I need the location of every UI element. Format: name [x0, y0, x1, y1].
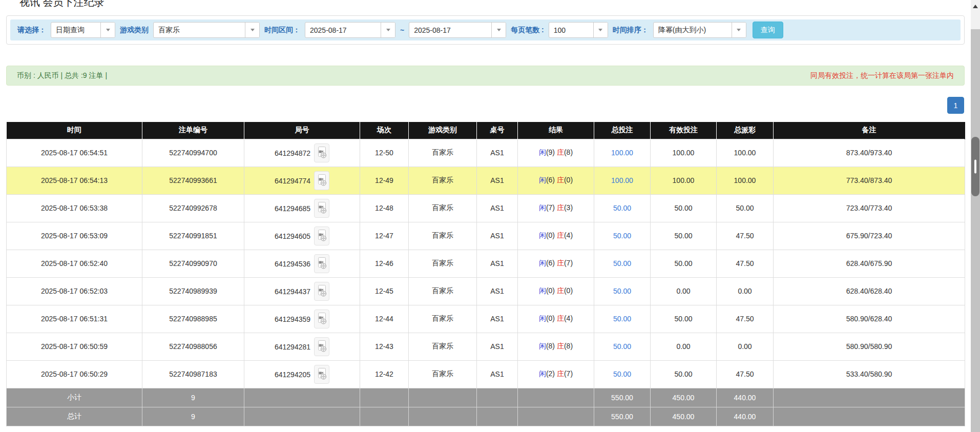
- total-label-cell: 总计: [7, 407, 142, 426]
- round-number: 641294536: [275, 259, 310, 268]
- bet-number-cell: 522740994700: [142, 139, 244, 167]
- empty-cell: [477, 407, 518, 426]
- session-cell: 12-50: [360, 139, 409, 167]
- video-replay-icon: [317, 174, 327, 187]
- note-cell: 628.40/628.40: [774, 277, 965, 305]
- video-replay-button[interactable]: [314, 143, 329, 162]
- video-replay-button[interactable]: [314, 199, 329, 218]
- game-type-cell: 百家乐: [409, 360, 477, 388]
- date-end-caret-button[interactable]: [491, 23, 506, 37]
- banker-result: 庄: [557, 259, 564, 267]
- session-cell: 12-42: [360, 360, 409, 388]
- round-number: 641294685: [275, 204, 310, 212]
- total-bet-link[interactable]: 50.00: [613, 315, 631, 323]
- scroll-up-arrow-icon[interactable]: [973, 5, 978, 8]
- date-start-input[interactable]: [305, 23, 381, 37]
- bet-number-cell: 522740988056: [142, 333, 244, 360]
- round-number: 641294774: [275, 176, 310, 184]
- total-bet-link[interactable]: 100.00: [611, 149, 633, 157]
- banker-result: 庄: [557, 369, 564, 378]
- round-number-cell: 641294205: [244, 360, 360, 388]
- empty-cell: [360, 388, 409, 407]
- video-replay-button[interactable]: [314, 227, 329, 245]
- time-sort-input[interactable]: [654, 23, 732, 37]
- vertical-scrollbar[interactable]: [971, 0, 980, 432]
- session-cell: 12-44: [360, 305, 409, 333]
- date-end-input[interactable]: [409, 23, 491, 37]
- video-replay-button[interactable]: [314, 337, 329, 356]
- video-replay-button[interactable]: [314, 282, 329, 301]
- game-type-input[interactable]: [154, 23, 245, 37]
- video-replay-icon: [317, 367, 327, 381]
- round-number-cell: 641294437: [244, 277, 360, 305]
- valid-bet-cell: 0.00: [651, 333, 717, 360]
- scrollbar-grip-icon: [974, 160, 976, 174]
- video-replay-button[interactable]: [314, 365, 329, 384]
- total-bet-cell: 100.00: [594, 139, 651, 167]
- search-button[interactable]: 查询: [753, 22, 783, 38]
- table-row: 2025-08-17 06:50:59522740988056641294281…: [7, 333, 965, 360]
- total-bet-link[interactable]: 100.00: [611, 176, 633, 184]
- query-type-caret-button[interactable]: [100, 23, 115, 37]
- round-number-cell: 641294536: [244, 250, 360, 277]
- time-cell: 2025-08-17 06:53:38: [7, 194, 142, 222]
- time-sort-caret-button[interactable]: [732, 23, 746, 37]
- banker-result: 庄: [557, 148, 564, 156]
- total-bet-link[interactable]: 50.00: [613, 342, 631, 351]
- chevron-down-icon: [386, 29, 390, 31]
- column-header: 注单编号: [142, 122, 244, 139]
- valid-bet-notice: 同局有效投注，统一计算在该局第一张注单内: [810, 71, 954, 80]
- column-header: 备注: [774, 122, 965, 139]
- date-start-caret-button[interactable]: [381, 23, 395, 37]
- time-cell: 2025-08-17 06:54:13: [7, 167, 142, 194]
- video-replay-button[interactable]: [314, 171, 329, 190]
- query-type-select[interactable]: [51, 22, 115, 38]
- note-cell: 628.40/675.90: [774, 250, 965, 277]
- total-bet-link[interactable]: 50.00: [613, 204, 631, 212]
- result-cell: 闲(0) 庄(0): [518, 277, 594, 305]
- time-range-label: 时间区间：: [264, 26, 300, 35]
- total-bet-cell: 50.00: [594, 194, 651, 222]
- total-bet-cell: 50.00: [594, 305, 651, 333]
- result-cell: 闲(2) 庄(7): [518, 360, 594, 388]
- payout-cell: 47.50: [717, 305, 774, 333]
- query-type-input[interactable]: [51, 23, 100, 37]
- player-result: 闲: [539, 203, 546, 212]
- banker-result: 庄: [557, 286, 564, 295]
- table-number-cell: AS1: [477, 194, 518, 222]
- page-title: 视讯 会员下注纪录: [19, 0, 105, 9]
- video-replay-icon: [317, 284, 327, 298]
- game-type-select[interactable]: [153, 22, 260, 38]
- game-type-caret-button[interactable]: [245, 23, 259, 37]
- time-cell: 2025-08-17 06:53:09: [7, 222, 142, 250]
- total-bet-link[interactable]: 50.00: [613, 259, 631, 268]
- video-replay-button[interactable]: [314, 254, 329, 273]
- round-number-cell: 641294685: [244, 194, 360, 222]
- date-end-select[interactable]: [409, 22, 506, 38]
- video-replay-button[interactable]: [314, 310, 329, 328]
- scrollbar-thumb[interactable]: [971, 137, 979, 196]
- result-cell: 闲(0) 庄(4): [518, 305, 594, 333]
- session-cell: 12-45: [360, 277, 409, 305]
- time-cell: 2025-08-17 06:54:51: [7, 139, 142, 167]
- total-bet-link[interactable]: 50.00: [613, 232, 631, 240]
- total-bet-link[interactable]: 50.00: [613, 370, 631, 378]
- page-size-select[interactable]: [549, 22, 608, 38]
- pagination-page-1-button[interactable]: 1: [947, 97, 964, 114]
- payout-sum-cell: 440.00: [717, 388, 774, 407]
- session-cell: 12-48: [360, 194, 409, 222]
- total-bet-link[interactable]: 50.00: [613, 287, 631, 295]
- page-size-caret-button[interactable]: [593, 23, 608, 37]
- note-cell: 723.40/773.40: [774, 194, 965, 222]
- bet-number-cell: 522740989939: [142, 277, 244, 305]
- time-cell: 2025-08-17 06:52:40: [7, 250, 142, 277]
- video-replay-icon: [317, 229, 327, 242]
- page-size-input[interactable]: [549, 23, 593, 37]
- valid-bet-cell: 100.00: [651, 167, 717, 194]
- date-start-select[interactable]: [305, 22, 395, 38]
- player-result: 闲: [539, 176, 546, 184]
- result-cell: 闲(9) 庄(8): [518, 139, 594, 167]
- game-type-label: 游戏类别: [120, 26, 149, 35]
- time-sort-select[interactable]: [653, 22, 746, 38]
- game-type-cell: 百家乐: [409, 139, 477, 167]
